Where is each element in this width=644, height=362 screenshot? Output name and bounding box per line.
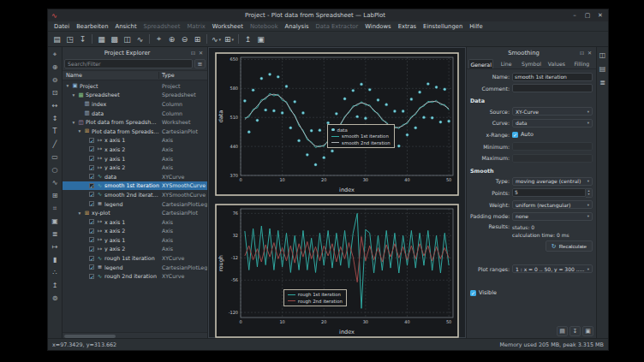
tree-row[interactable]: ✓≣legendCartesianPlotLegend	[63, 199, 207, 209]
export-button[interactable]: ↥	[242, 33, 254, 45]
menu-einstellungen[interactable]: Einstellungen	[420, 23, 466, 30]
properties-dock-button[interactable]: ≣	[597, 77, 608, 88]
histogram-button[interactable]: ▮	[50, 254, 61, 265]
tree-row[interactable]: ▾▣ProjectProject	[63, 81, 207, 91]
close-icon[interactable]: ✕	[586, 50, 593, 56]
legend-button[interactable]: ≣	[50, 228, 61, 240]
x-range-checkbox[interactable]: ✓	[512, 132, 518, 138]
minimize-button[interactable]: –	[570, 12, 579, 19]
visibility-checkbox[interactable]: ✓	[89, 174, 94, 179]
zoom-fit-button[interactable]: ⊡	[50, 87, 61, 98]
properties-dock-header[interactable]: Smoothing ⊡ ✕	[467, 47, 596, 58]
tree-row[interactable]: ✓↦y axis 1Axis	[63, 154, 207, 163]
visibility-checkbox[interactable]: ✓	[89, 264, 94, 270]
visible-checkbox[interactable]: ✓	[470, 290, 476, 296]
tree-row[interactable]: ▾◫Plot data from SpreadsheetWorksheet	[63, 117, 207, 127]
tab-general[interactable]: General	[468, 59, 493, 68]
zoom-out-button[interactable]: ⊖	[178, 33, 191, 45]
tree-row[interactable]: ✓∿rough 2nd iterationXYCurve	[63, 271, 207, 281]
visibility-checkbox[interactable]: ✓	[89, 237, 94, 242]
zoom-in-button[interactable]: ⊕	[165, 33, 178, 45]
expander-icon[interactable]: ▾	[76, 128, 83, 134]
pan-horizontal-button[interactable]: ↔	[50, 100, 61, 111]
tree-row[interactable]: ▾⊞Plot data from SpreadsheetCartesianPlo…	[63, 127, 207, 136]
menu-analysis[interactable]: Analysis	[282, 23, 313, 30]
select-mode-button[interactable]: ⌖	[152, 33, 165, 45]
draw-rect-button[interactable]: ▭	[50, 151, 61, 163]
menu-data-extractor[interactable]: Data Extractor	[313, 23, 362, 30]
curve-select[interactable]: data▾	[512, 119, 593, 128]
type-select[interactable]: moving average (central)▾	[512, 177, 593, 186]
tab-line[interactable]: Line	[493, 59, 518, 68]
title-bar[interactable]: ∿ Project - Plot data from Spreadsheet —…	[48, 9, 608, 21]
expander-icon[interactable]: ▾	[76, 211, 83, 216]
scatter-button[interactable]: ∴	[50, 267, 61, 278]
new-spreadsheet-button[interactable]: ▦	[95, 33, 108, 45]
filter-icon[interactable]: ≡	[194, 59, 206, 68]
project-explorer-header[interactable]: Project Explorer ⊡ ✕	[63, 47, 207, 58]
zoom-out-button[interactable]: ⊖	[50, 74, 61, 86]
explorer-dock-button[interactable]: ▤	[597, 63, 608, 74]
name-input[interactable]	[512, 73, 593, 81]
menu-hilfe[interactable]: Hilfe	[466, 23, 486, 30]
tree-row[interactable]: ✓∿smooth 2nd iterationXYSmoothCurve	[63, 190, 207, 199]
menu-datei[interactable]: Datei	[51, 23, 73, 30]
grid-button[interactable]: ⌗	[50, 203, 61, 214]
menu-windows[interactable]: Windows	[361, 23, 394, 30]
add-curve-button[interactable]: ∿	[50, 177, 61, 188]
menu-worksheet[interactable]: Worksheet	[209, 23, 247, 30]
menu-matrix[interactable]: Matrix	[183, 23, 208, 30]
visibility-checkbox[interactable]: ✓	[89, 274, 94, 279]
float-icon[interactable]: ⊡	[189, 50, 197, 56]
export-button[interactable]: ↥	[50, 280, 61, 291]
spin-down-icon[interactable]: ▾	[586, 193, 592, 197]
menu-bearbeiten[interactable]: Bearbeiten	[73, 23, 111, 30]
image-button[interactable]: ▣	[50, 216, 61, 227]
tree-row[interactable]: ▾⊞xy-plotCartesianPlot	[63, 208, 207, 217]
rough-plot-canvas[interactable]: 7632-12-56-12001020304050indexrough	[215, 204, 459, 338]
add-curve-button[interactable]: ∿▾	[210, 33, 223, 45]
zoom-in-button[interactable]: ⊕	[50, 62, 61, 73]
tree-row[interactable]: ▥dataColumn	[63, 109, 207, 118]
points-stepper[interactable]: ▴▾	[512, 188, 593, 198]
worksheet-view[interactable]: 65058051044037001020304050indexdata data…	[208, 47, 466, 338]
tree-row[interactable]: ✓≣legendCartesianPlotLegend	[63, 263, 207, 272]
tree-row[interactable]: ✓↦x axis 1Axis	[63, 217, 207, 227]
print-button[interactable]: ▣	[254, 33, 267, 45]
tab-filling[interactable]: Filling	[569, 59, 594, 68]
new-notebook-button[interactable]: ∿	[134, 33, 146, 45]
visibility-checkbox[interactable]: ✓	[89, 256, 94, 261]
column-header-name[interactable]: Name	[63, 72, 159, 79]
plot-legend[interactable]: datasmooth 1st iterationsmooth 2nd itera…	[327, 124, 395, 148]
close-button[interactable]: ✕	[596, 12, 605, 19]
weight-select[interactable]: uniform (rectangular)▾	[512, 200, 593, 209]
pan-vertical-button[interactable]: ↕	[50, 113, 61, 124]
new-worksheet-button[interactable]: ◫	[121, 33, 134, 45]
menu-spreadsheet[interactable]: Spreadsheet	[140, 23, 184, 30]
new-matrix-button[interactable]: ▩	[108, 33, 121, 45]
load-template-button[interactable]: ▤	[557, 326, 568, 336]
expander-icon[interactable]: ▾	[64, 83, 71, 88]
visibility-checkbox[interactable]: ✓	[89, 228, 94, 234]
tab-values[interactable]: Values	[544, 59, 569, 68]
menu-extras[interactable]: Extras	[395, 23, 420, 30]
visibility-checkbox[interactable]: ✓	[89, 156, 94, 161]
save-template-button[interactable]: ↧	[569, 326, 581, 336]
tree-row[interactable]: ✓↦y axis 2Axis	[63, 245, 207, 254]
copy-properties-button[interactable]: ▣	[582, 326, 593, 336]
points-input[interactable]	[512, 188, 586, 197]
visibility-checkbox[interactable]: ✓	[89, 192, 94, 197]
float-icon[interactable]: ⊡	[578, 50, 586, 56]
visibility-checkbox[interactable]: ✓	[89, 138, 94, 143]
tree-row[interactable]: ✓∿rough 1st iterationXYCurve	[63, 253, 207, 263]
visibility-checkbox[interactable]: ✓	[89, 165, 94, 170]
plot-ranges-select[interactable]: 1 : x = 0 .. 50, y = 300 .. 650▾	[512, 264, 593, 273]
axis-button[interactable]: ↦	[50, 241, 61, 252]
tree-row[interactable]: ✓∿dataXYCurve	[63, 172, 207, 181]
text-label-button[interactable]: T	[50, 126, 61, 137]
expander-icon[interactable]: ▾	[70, 92, 77, 98]
comment-input[interactable]	[512, 84, 593, 92]
add-plot-button[interactable]: ⊞▾	[223, 33, 236, 45]
visibility-checkbox[interactable]: ✓	[89, 246, 94, 252]
plot-legend[interactable]: rough 1st iterationrough 2nd iteration	[283, 289, 347, 306]
